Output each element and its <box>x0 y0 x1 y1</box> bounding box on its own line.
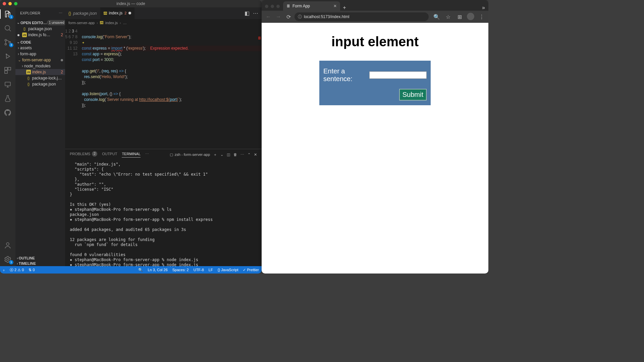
code-content[interactable]: console.log("Form Server"); ✦ const expr… <box>80 26 262 149</box>
address-bar[interactable]: ⓘ localhost:5173/index.html <box>294 12 429 21</box>
status-remote-icon[interactable]: ⬨ <box>3 268 5 272</box>
overview-ruler-error-icon[interactable] <box>258 37 261 40</box>
maximize-panel-icon[interactable]: ⌃ <box>248 153 251 157</box>
outline-header[interactable]: ›OUTLINE <box>15 255 65 261</box>
browser-toolbar: ← → ⟳ ⓘ localhost:5173/index.html 🔍 ☆ ⊞ … <box>262 11 488 23</box>
folder-item[interactable]: ⌄form-server-app <box>15 57 65 63</box>
workspace-header[interactable]: ⌄ CODE <box>15 39 65 45</box>
activity-account-icon[interactable] <box>4 241 12 249</box>
activity-settings-icon[interactable]: 1 <box>4 255 12 263</box>
terminal-dropdown-icon[interactable]: ⌄ <box>220 153 223 157</box>
sentence-input[interactable] <box>369 71 427 79</box>
submit-button[interactable]: Submit <box>399 89 427 101</box>
activity-remote-icon[interactable] <box>4 80 12 88</box>
url-text: localhost:5173/index.html <box>304 14 349 19</box>
activity-scm-icon[interactable]: 3 <box>4 38 12 46</box>
tab-favicon-icon: 🗏 <box>286 4 290 8</box>
status-language[interactable]: {} JavaScript <box>218 268 238 272</box>
close-panel-icon[interactable]: ✕ <box>254 153 257 157</box>
chevron-down-icon: ⌄ <box>17 20 20 25</box>
bookmark-icon[interactable]: ☆ <box>444 13 452 21</box>
sidebar-more-icon[interactable]: ⋯ <box>59 11 62 15</box>
timeline-header[interactable]: ›TIMELINE <box>15 261 65 266</box>
modified-dot-icon <box>128 12 131 14</box>
editor-tabs: {}package.json JSindex.js2 ◧ ⋯ <box>65 7 262 19</box>
panel-more-icon[interactable]: ⋯ <box>240 153 244 157</box>
folder-item[interactable]: ›node_modules <box>15 63 65 69</box>
editor-more-icon[interactable]: ⋯ <box>253 10 258 16</box>
close-window-icon[interactable] <box>265 5 268 8</box>
nav-back-icon[interactable]: ← <box>264 13 272 21</box>
activity-extensions-icon[interactable] <box>4 66 12 74</box>
activity-testing-icon[interactable] <box>4 95 12 103</box>
split-terminal-icon[interactable]: ◫ <box>227 153 230 157</box>
file-item[interactable]: {}package-lock.json <box>15 75 65 81</box>
sparkle-icon: ✦ <box>82 41 85 45</box>
folder-item[interactable]: ›assets <box>15 45 65 51</box>
status-encoding[interactable]: UTF-8 <box>194 268 204 272</box>
browser-menu-icon[interactable]: ⋮ <box>478 13 486 21</box>
terminal-output[interactable]: "main": "index.js", "scripts": { "test":… <box>65 160 262 266</box>
sidebar: EXPLORER ⋯ ⌄ OPEN EDITO… 1 unsaved {} pa… <box>15 7 65 266</box>
js-file-icon: JS <box>104 12 107 15</box>
zoom-window-icon[interactable] <box>276 5 280 8</box>
panel-tab-problems[interactable]: PROBLEMS2 <box>70 151 97 158</box>
svg-rect-7 <box>5 71 7 73</box>
svg-rect-8 <box>5 82 10 86</box>
terminal-picker[interactable]: ▢ zsh - form-server-app <box>170 153 210 157</box>
profile-avatar[interactable] <box>467 13 474 20</box>
file-item[interactable]: JSindex.js2 <box>15 69 65 75</box>
kill-terminal-icon[interactable]: 🗑 <box>233 153 237 157</box>
status-formatter[interactable]: ✓ Prettier <box>243 268 259 272</box>
activity-explorer-icon[interactable]: 1 <box>4 10 12 18</box>
breadcrumb[interactable]: form-server-app› JSindex.js› … <box>65 19 262 26</box>
open-editor-item[interactable]: JS index.js fo… 2 <box>15 32 65 38</box>
editor-tab[interactable]: JSindex.js2 <box>100 7 135 19</box>
activity-bar: 1 3 1 <box>0 7 15 266</box>
json-file-icon: {} <box>26 82 31 86</box>
open-editor-item[interactable]: {} package.json <box>15 26 65 32</box>
status-eol[interactable]: LF <box>209 268 213 272</box>
site-info-icon[interactable]: ⓘ <box>298 14 302 20</box>
status-position[interactable]: Ln 3, Col 26 <box>148 268 167 272</box>
panel-tab-output[interactable]: OUTPUT <box>102 152 117 157</box>
split-editor-icon[interactable]: ◧ <box>245 10 250 16</box>
window-expand-icon[interactable]: » <box>479 5 488 11</box>
svg-point-9 <box>6 243 9 245</box>
nav-reload-icon[interactable]: ⟳ <box>284 13 292 21</box>
panel-tab-terminal[interactable]: TERMINAL <box>122 152 141 158</box>
minimize-window-icon[interactable] <box>8 2 12 5</box>
status-spaces[interactable]: Spaces: 2 <box>172 268 189 272</box>
new-terminal-icon[interactable]: ＋ <box>213 152 217 157</box>
svg-point-10 <box>7 258 9 260</box>
editor-tab[interactable]: {}package.json <box>65 7 100 19</box>
close-window-icon[interactable] <box>3 2 6 5</box>
bottom-panel: PROBLEMS2 OUTPUT TERMINAL ⋯ ▢ zsh - form… <box>65 149 262 266</box>
folder-item[interactable]: ›form-app <box>15 51 65 57</box>
browser-tab[interactable]: 🗏 Form App ✕ <box>283 1 340 11</box>
activity-debug-icon[interactable] <box>4 52 12 60</box>
activity-search-icon[interactable] <box>4 24 12 32</box>
nav-forward-icon[interactable]: → <box>274 13 282 21</box>
tab-title: Form App <box>292 4 310 8</box>
status-find-icon[interactable]: 🔍 <box>138 268 143 272</box>
chevron-right-icon: › <box>17 256 18 260</box>
tab-close-icon[interactable]: ✕ <box>333 4 337 8</box>
editor-group: {}package.json JSindex.js2 ◧ ⋯ form-serv… <box>65 7 262 266</box>
sentence-label: Enter a sentence: <box>323 67 368 83</box>
zoom-icon[interactable]: 🔍 <box>433 13 441 21</box>
file-item[interactable]: {}package.json <box>15 81 65 87</box>
open-editors-header[interactable]: ⌄ OPEN EDITO… 1 unsaved <box>15 19 65 26</box>
new-tab-button[interactable]: + <box>340 5 349 11</box>
zoom-window-icon[interactable] <box>14 2 17 5</box>
status-errors[interactable]: ⓧ 2 ⚠ 0 <box>10 267 24 273</box>
minimize-window-icon[interactable] <box>271 5 274 8</box>
extensions-icon[interactable]: ⊞ <box>455 13 464 21</box>
activity-github-icon[interactable] <box>4 109 12 117</box>
panel-tab-more-icon[interactable]: ⋯ <box>145 152 149 158</box>
browser-window: 🗏 Form App ✕ + » ← → ⟳ ⓘ localhost:5173/… <box>262 0 488 274</box>
code-editor[interactable]: 1 2 3 4 5 6 7 8 9 10 11 12 13 console.lo… <box>65 26 262 149</box>
svg-point-1 <box>5 40 7 41</box>
status-ports[interactable]: ⇅ 0 <box>29 268 35 272</box>
window-titlebar: index.js — code <box>0 0 262 7</box>
